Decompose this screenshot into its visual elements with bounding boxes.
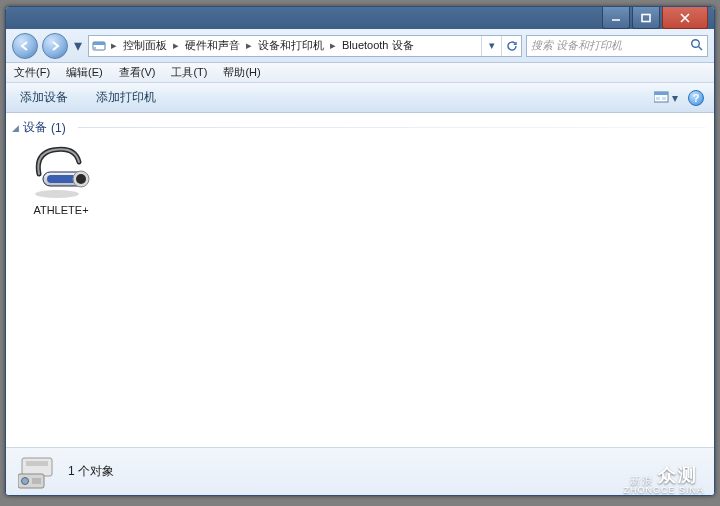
group-count: (1): [51, 121, 66, 135]
menu-edit[interactable]: 编辑(E): [58, 65, 111, 80]
svg-point-13: [76, 174, 86, 184]
explorer-window: ▾ ▸ 控制面板 ▸ 硬件和声音 ▸ 设备和打印机 ▸ Bluetooth 设备…: [5, 6, 715, 496]
forward-button[interactable]: [42, 33, 68, 59]
menu-file[interactable]: 文件(F): [6, 65, 58, 80]
svg-rect-15: [26, 461, 48, 466]
details-icon: [18, 454, 58, 490]
close-button[interactable]: [662, 7, 708, 29]
content-area: ◢ 设备 (1): [6, 113, 714, 447]
breadcrumb-control-panel[interactable]: 控制面板: [119, 36, 171, 56]
chevron-right-icon[interactable]: ▸: [171, 36, 181, 56]
breadcrumb-hardware-sound[interactable]: 硬件和声音: [181, 36, 244, 56]
menu-tools[interactable]: 工具(T): [163, 65, 215, 80]
refresh-button[interactable]: [501, 36, 521, 56]
svg-point-17: [22, 477, 29, 484]
group-header-devices[interactable]: ◢ 设备 (1): [6, 113, 714, 138]
breadcrumb-bluetooth[interactable]: Bluetooth 设备: [338, 36, 418, 56]
device-name: ATHLETE+: [33, 204, 88, 216]
details-count: 1 个对象: [68, 463, 114, 480]
device-item[interactable]: ATHLETE+: [16, 144, 106, 216]
chevron-right-icon[interactable]: ▸: [109, 36, 119, 56]
menu-bar: 文件(F) 编辑(E) 查看(V) 工具(T) 帮助(H): [6, 63, 714, 83]
breadcrumb-devices-printers[interactable]: 设备和打印机: [254, 36, 328, 56]
command-bar: 添加设备 添加打印机 ▾ ?: [6, 83, 714, 113]
menu-help[interactable]: 帮助(H): [215, 65, 268, 80]
help-button[interactable]: ?: [688, 90, 704, 106]
nav-row: ▾ ▸ 控制面板 ▸ 硬件和声音 ▸ 设备和打印机 ▸ Bluetooth 设备…: [6, 29, 714, 63]
address-dropdown[interactable]: ▾: [481, 36, 501, 56]
back-button[interactable]: [12, 33, 38, 59]
chevron-right-icon[interactable]: ▸: [244, 36, 254, 56]
chevron-right-icon[interactable]: ▸: [328, 36, 338, 56]
svg-rect-2: [93, 42, 105, 45]
minimize-button[interactable]: [602, 7, 630, 29]
nav-history-dropdown[interactable]: ▾: [72, 36, 84, 55]
collapse-icon: ◢: [12, 123, 19, 133]
svg-rect-14: [22, 458, 52, 476]
svg-point-9: [35, 190, 79, 198]
device-list: ATHLETE+: [6, 138, 714, 222]
svg-rect-18: [32, 478, 41, 484]
address-bar[interactable]: ▸ 控制面板 ▸ 硬件和声音 ▸ 设备和打印机 ▸ Bluetooth 设备 ▾: [88, 35, 522, 57]
add-printer-button[interactable]: 添加打印机: [82, 89, 170, 106]
view-options-button[interactable]: ▾: [654, 91, 678, 105]
chevron-down-icon: ▾: [672, 91, 678, 105]
titlebar: [6, 7, 714, 29]
svg-point-4: [692, 40, 700, 48]
group-divider: [78, 127, 706, 128]
svg-rect-0: [642, 14, 650, 21]
search-placeholder: 搜索 设备和打印机: [531, 38, 622, 53]
group-label: 设备: [23, 119, 47, 136]
bluetooth-headset-icon: [29, 144, 93, 200]
svg-rect-7: [656, 97, 660, 100]
location-icon: [89, 39, 109, 53]
watermark: 新浪 众测 ZHONGCE SINA: [623, 466, 704, 496]
maximize-button[interactable]: [632, 7, 660, 29]
svg-rect-6: [654, 92, 668, 95]
details-pane: 1 个对象: [6, 447, 714, 495]
add-device-button[interactable]: 添加设备: [6, 89, 82, 106]
menu-view[interactable]: 查看(V): [111, 65, 164, 80]
search-input[interactable]: 搜索 设备和打印机: [526, 35, 708, 57]
search-icon: [690, 38, 703, 53]
svg-rect-8: [662, 97, 666, 100]
svg-point-3: [94, 47, 96, 49]
